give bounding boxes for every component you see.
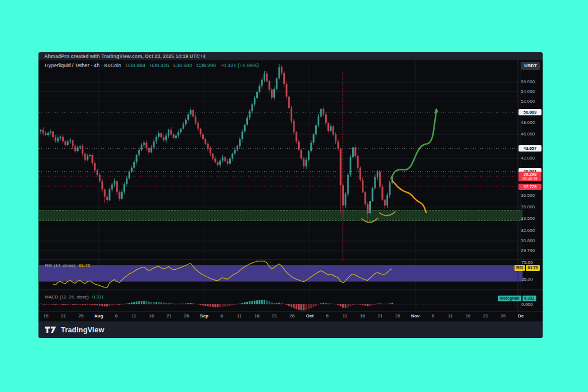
- candle-body: [106, 197, 108, 200]
- macd-histogram-bar: [227, 304, 229, 306]
- candle-body: [237, 146, 238, 150]
- candle-body: [45, 133, 47, 135]
- candle-body: [342, 185, 344, 205]
- candle-body: [379, 172, 381, 187]
- tradingview-snapshot-card: AhmadPro created with TradingView.com, O…: [38, 52, 543, 338]
- candle-body: [300, 150, 302, 158]
- macd-histogram-bar: [315, 304, 317, 306]
- macd-histogram-bar: [64, 304, 66, 305]
- macd-histogram-bar: [207, 304, 209, 306]
- macd-histogram-bar: [342, 304, 344, 308]
- macd-histogram-bar: [364, 304, 366, 305]
- candle-body: [52, 131, 54, 137]
- low-value: 38.682: [176, 63, 192, 68]
- macd-histogram-bar: [246, 302, 248, 304]
- candle-body: [158, 133, 160, 137]
- macd-histogram-bar: [91, 304, 93, 305]
- macd-histogram-bar: [153, 302, 154, 304]
- symbol-title: Hyperliquid / Tether · 4h · KuCoin: [45, 63, 121, 68]
- macd-histogram-bar: [298, 304, 300, 310]
- candle-body: [225, 157, 226, 161]
- candle-body: [118, 192, 120, 199]
- candle-body: [143, 143, 145, 145]
- candle-body: [150, 148, 152, 153]
- candle-body: [359, 168, 361, 180]
- macd-histogram-bar: [325, 303, 327, 304]
- candle-body: [192, 110, 194, 117]
- candle-body: [315, 125, 317, 134]
- candle-body: [64, 141, 66, 145]
- support-zone: [39, 211, 523, 220]
- macd-histogram-bar: [126, 304, 127, 304]
- candle-body: [308, 151, 310, 160]
- snapshot-header: AhmadPro created with TradingView.com, O…: [38, 52, 543, 60]
- macd-histogram-bar: [87, 304, 88, 305]
- macd-histogram-bar: [293, 304, 295, 308]
- macd-histogram-bar: [121, 304, 123, 305]
- macd-histogram-bar: [318, 304, 319, 305]
- candle-body: [94, 163, 96, 170]
- candle-body: [241, 131, 243, 139]
- tradingview-wordmark[interactable]: TradingView: [61, 326, 105, 334]
- candle-body: [57, 138, 59, 141]
- macd-histogram-bar: [212, 304, 214, 307]
- candle-body: [327, 123, 329, 131]
- candle-body: [374, 177, 376, 188]
- macd-histogram-bar: [141, 301, 142, 304]
- macd-histogram-bar: [286, 304, 288, 305]
- macd-histogram-bar: [362, 304, 363, 305]
- macd-histogram-bar: [69, 304, 71, 305]
- macd-histogram-bar: [283, 304, 285, 304]
- macd-histogram-bar: [281, 303, 283, 304]
- open-value: 38.884: [129, 63, 145, 68]
- macd-histogram-bar: [202, 304, 204, 305]
- macd-histogram-bar: [177, 304, 179, 304]
- candle-body: [89, 155, 91, 156]
- macd-value: 0.331: [92, 294, 104, 300]
- candle-body: [96, 170, 98, 175]
- macd-histogram-bar: [72, 304, 74, 305]
- macd-histogram-bar: [276, 303, 277, 304]
- tradingview-logo-icon[interactable]: [44, 325, 57, 334]
- macd-histogram-bar: [170, 303, 172, 304]
- macd-histogram-bar: [96, 304, 98, 305]
- macd-histogram-bar: [254, 301, 256, 304]
- macd-histogram-bar: [313, 304, 315, 307]
- candle-body: [187, 114, 189, 119]
- candle-body: [102, 181, 103, 189]
- macd-histogram-bar: [377, 304, 378, 304]
- candle-body: [219, 161, 221, 165]
- rsi-value-badge: 61.75: [526, 265, 540, 271]
- candle-body: [55, 137, 56, 141]
- candle-body: [74, 146, 76, 152]
- candle-body: [177, 132, 179, 135]
- macd-histogram-bar: [345, 304, 346, 308]
- macd-histogram-bar: [89, 304, 91, 305]
- macd-histogram-bar: [180, 304, 181, 304]
- candle-body: [369, 201, 371, 213]
- macd-histogram-bar: [47, 304, 49, 305]
- macd-histogram-bar: [195, 304, 196, 304]
- macd-legend: MACD (12, 26, close) 0.331: [45, 294, 104, 300]
- macd-histogram-bar: [219, 304, 221, 307]
- candle-body: [214, 158, 216, 162]
- candle-body: [323, 109, 324, 114]
- macd-histogram-bar: [136, 302, 137, 304]
- macd-histogram-bar: [111, 304, 113, 305]
- macd-histogram-bar: [204, 304, 206, 306]
- macd-histogram-bar: [57, 304, 59, 305]
- candle-body: [69, 140, 71, 141]
- candle-body: [190, 110, 192, 114]
- macd-histogram-bar: [352, 304, 354, 305]
- macd-histogram-bar: [42, 304, 44, 305]
- macd-histogram-bar: [104, 304, 106, 306]
- candle-body: [389, 183, 390, 195]
- macd-histogram-value-badge: 0.331: [523, 296, 536, 301]
- candle-body: [197, 123, 199, 129]
- candle-body: [340, 149, 342, 185]
- currency-toggle-button[interactable]: USDT: [521, 62, 540, 70]
- macd-histogram-bar: [389, 304, 390, 304]
- candle-body: [185, 120, 187, 125]
- candle-body: [146, 143, 148, 148]
- macd-histogram-bar: [278, 302, 280, 304]
